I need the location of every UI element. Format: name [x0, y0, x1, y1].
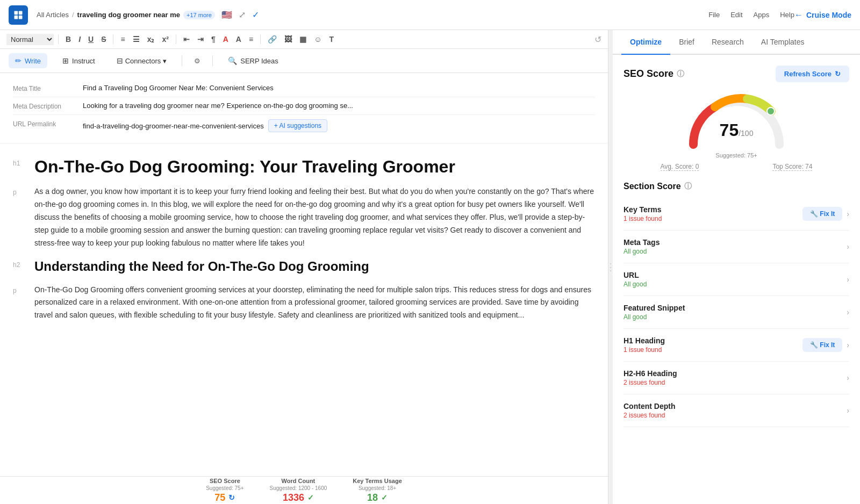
style-select[interactable]: Normal Heading 1 Heading 2	[6, 34, 54, 45]
score-item-status: All good	[624, 280, 647, 288]
key-terms-status: Key Terms Usage Suggested: 18+ 18 ✓	[353, 478, 402, 503]
toolbar-divider-4	[260, 34, 261, 44]
indent-right-button[interactable]: ⇥	[195, 33, 206, 45]
key-terms-label: Key Terms Usage	[353, 478, 402, 484]
ordered-list-button[interactable]: ≡	[118, 33, 127, 45]
serp-ideas-button[interactable]: 🔍 SERP Ideas	[221, 53, 285, 68]
p1-line: p As a dog owner, you know how important…	[13, 185, 595, 249]
score-item-status: 2 issues found	[624, 379, 677, 386]
fix-it-button[interactable]: 🔧 Fix It	[802, 207, 842, 221]
score-item-chevron-icon[interactable]: ›	[847, 341, 849, 349]
link-button[interactable]: 🔗	[265, 33, 280, 45]
score-item-chevron-icon[interactable]: ›	[847, 373, 849, 382]
seo-score-label: SEO Score	[210, 478, 240, 484]
word-count-check-icon: ✓	[307, 493, 314, 502]
indent-left-button[interactable]: ⇤	[181, 33, 192, 45]
more-articles-badge[interactable]: +17 more	[183, 11, 215, 19]
svg-rect-1	[19, 11, 23, 15]
topbar-menu: File Edit Apps Help	[708, 11, 794, 19]
score-item-chevron-icon[interactable]: ›	[847, 210, 849, 218]
special-chars-button[interactable]: T	[326, 33, 336, 45]
meta-url-value[interactable]: find-a-traveling-dog-groomer-near-me-con…	[83, 122, 264, 130]
menu-help[interactable]: Help	[780, 11, 794, 19]
instruct-button[interactable]: ⊞ Instruct	[56, 53, 102, 68]
breadcrumb: All Articles / traveling dog groomer nea…	[37, 10, 700, 20]
h2-tag: h2	[13, 258, 26, 269]
menu-apps[interactable]: Apps	[754, 11, 770, 19]
connectors-button[interactable]: ⊟ Connectors ▾	[110, 53, 173, 68]
menu-file[interactable]: File	[708, 11, 720, 19]
section-score-info-icon[interactable]: ⓘ	[684, 182, 692, 191]
refresh-score-button[interactable]: Refresh Score ↻	[776, 66, 849, 82]
emoji-button[interactable]: ☺	[311, 33, 324, 45]
tab-ai-templates[interactable]: AI Templates	[752, 30, 813, 55]
tab-research[interactable]: Research	[703, 30, 752, 55]
superscript-button[interactable]: x²	[159, 33, 171, 45]
cruise-mode-arrow-icon: ←	[794, 10, 803, 20]
section-score-title-text: Section Score	[624, 182, 681, 191]
share-icon[interactable]: ⤢	[239, 10, 246, 20]
underline-button[interactable]: U	[85, 33, 96, 45]
editor-panel: Normal Heading 1 Heading 2 B I U S ≡ ☰ x…	[0, 30, 608, 504]
p2-paragraph[interactable]: On-The-Go Dog Grooming offers convenient…	[34, 284, 595, 322]
score-item-chevron-icon[interactable]: ›	[847, 275, 849, 284]
strikethrough-button[interactable]: S	[98, 33, 109, 45]
highlight-button[interactable]: A	[233, 33, 244, 45]
image-button[interactable]: 🖼	[282, 33, 295, 45]
paragraph-button[interactable]: ¶	[209, 33, 218, 45]
score-item-chevron-icon[interactable]: ›	[847, 308, 849, 316]
settings-button[interactable]: ⚙	[191, 54, 204, 68]
cruise-mode-button[interactable]: ← Cruise Mode	[794, 10, 851, 20]
seo-score-value-container: 75 ↻	[214, 492, 235, 503]
unordered-list-button[interactable]: ☰	[130, 33, 142, 45]
italic-button[interactable]: I	[76, 33, 83, 45]
seo-score-suggested: Suggested: 75+	[206, 485, 243, 491]
h2-heading[interactable]: Understanding the Need for On-The-Go Dog…	[34, 258, 369, 275]
subscript-button[interactable]: x₂	[145, 33, 157, 45]
app-logo[interactable]	[9, 5, 28, 25]
score-item-name: Meta Tags	[624, 238, 660, 247]
tab-brief[interactable]: Brief	[670, 30, 703, 55]
editor-subtoolbar: ✏ Write ⊞ Instruct ⊟ Connectors ▾ ⚙ 🔍 SE…	[0, 49, 608, 73]
h1-line: h1 On-The-Go Dog Grooming: Your Travelin…	[13, 156, 595, 177]
font-color-button[interactable]: A	[220, 33, 231, 45]
menu-edit[interactable]: Edit	[730, 11, 742, 19]
score-item-chevron-icon[interactable]: ›	[847, 406, 849, 415]
history-icon[interactable]: ↺	[594, 34, 601, 45]
h1-heading[interactable]: On-The-Go Dog Grooming: Your Traveling G…	[34, 156, 455, 177]
avg-score-label[interactable]: Avg. Score: 0	[661, 163, 699, 171]
fix-it-button[interactable]: 🔧 Fix It	[802, 338, 842, 352]
table-button[interactable]: ▦	[297, 33, 309, 45]
panel-splitter[interactable]	[608, 30, 613, 504]
score-item: Key Terms1 issue found🔧 Fix It›	[624, 198, 849, 231]
meta-desc-label: Meta Description	[13, 102, 83, 110]
write-button[interactable]: ✏ Write	[9, 53, 47, 68]
top-score-label[interactable]: Top Score: 74	[772, 163, 812, 171]
refresh-score-icon[interactable]: ↻	[228, 493, 235, 502]
word-count-value-container: 1336 ✓	[283, 492, 314, 503]
tab-optimize[interactable]: Optimize	[621, 30, 670, 55]
language-flag[interactable]: 🇺🇸	[221, 10, 232, 20]
connectors-chevron-icon: ▾	[163, 57, 167, 65]
subtoolbar-separator-2	[212, 55, 213, 66]
score-item-chevron-icon[interactable]: ›	[847, 242, 849, 251]
content-area[interactable]: h1 On-The-Go Dog Grooming: Your Travelin…	[0, 143, 608, 476]
section-score-title: Section Score ⓘ	[624, 182, 849, 191]
score-meta: Avg. Score: 0 Top Score: 74	[624, 163, 849, 171]
score-item: Meta TagsAll good›	[624, 231, 849, 263]
gauge-container: 75/100 Suggested: 75+	[624, 91, 849, 159]
breadcrumb-link[interactable]: All Articles	[37, 11, 69, 19]
p1-paragraph[interactable]: As a dog owner, you know how important i…	[34, 185, 595, 249]
align-button[interactable]: ≡	[246, 33, 256, 45]
cruise-mode-label: Cruise Mode	[806, 11, 851, 19]
seo-score-info-icon[interactable]: ⓘ	[677, 69, 684, 79]
meta-title-value[interactable]: Find a Traveling Dog Groomer Near Me: Co…	[83, 84, 595, 92]
instruct-icon: ⊞	[62, 56, 69, 65]
bold-button[interactable]: B	[63, 33, 74, 45]
ai-suggestions-button[interactable]: + AI suggestions	[268, 119, 327, 132]
breadcrumb-separator: /	[72, 11, 74, 19]
check-icon[interactable]: ✓	[252, 10, 259, 20]
right-panel: Optimize Brief Research AI Templates SEO…	[613, 30, 860, 504]
meta-desc-value[interactable]: Looking for a traveling dog groomer near…	[83, 102, 595, 110]
gauge-chart: 75/100	[683, 91, 790, 150]
